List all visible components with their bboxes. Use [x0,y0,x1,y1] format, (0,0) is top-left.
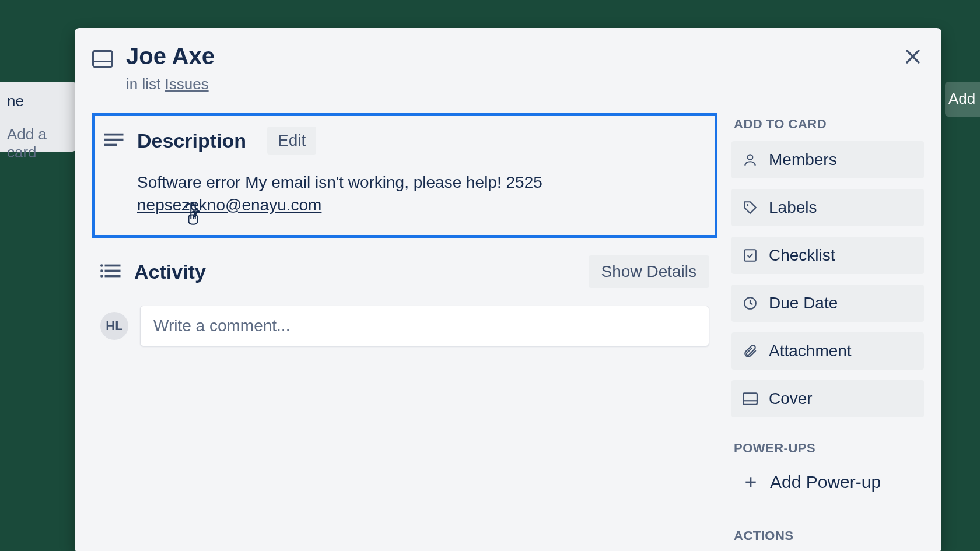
show-details-button[interactable]: Show Details [589,255,709,288]
members-icon [742,152,758,168]
svg-point-9 [100,265,103,268]
comment-row: HL Write a comment... [92,306,718,346]
attachment-icon [742,343,758,359]
avatar[interactable]: HL [100,312,128,340]
card-title[interactable]: Joe Axe [126,43,215,69]
cover-icon [742,391,758,407]
bg-add-card: Add a card [7,125,69,162]
svg-rect-16 [743,393,757,405]
activity-icon [100,263,121,280]
checklist-icon [742,247,758,264]
in-list-text: in list Issues [126,75,924,93]
activity-heading: Activity [134,261,206,283]
in-list-prefix: in list [126,75,164,93]
description-email-link[interactable]: nepsezekno@enayu.com [137,196,321,214]
plus-icon [742,473,760,491]
card-icon [92,50,113,68]
attachment-button[interactable]: Attachment [732,332,924,370]
main-column: Description Edit Software error My email… [92,113,718,551]
due-date-button[interactable]: Due Date [732,285,924,322]
checklist-label: Checklist [769,246,835,265]
edit-description-button[interactable]: Edit [267,127,316,155]
members-button[interactable]: Members [732,141,924,178]
add-to-card-heading: ADD TO CARD [734,117,924,132]
cover-label: Cover [769,389,813,408]
svg-rect-14 [744,250,756,261]
powerups-heading: POWER-UPS [734,441,924,456]
labels-icon [742,199,758,216]
in-list-link[interactable]: Issues [164,75,208,93]
background-add-list: Add [945,82,980,117]
activity-header: Activity Show Details [92,255,718,288]
checklist-button[interactable]: Checklist [732,237,924,274]
cover-button[interactable]: Cover [732,380,924,417]
background-list-left: ne Add a card [0,82,76,152]
description-section-highlighted: Description Edit Software error My email… [92,113,718,238]
clock-icon [742,295,758,311]
labels-label: Labels [769,198,817,217]
attachment-label: Attachment [769,342,852,360]
card-modal: Joe Axe in list Issues Description Edit … [75,28,942,551]
labels-button[interactable]: Labels [732,189,924,226]
description-heading: Description [137,129,246,152]
svg-point-13 [747,204,748,206]
description-icon [103,132,124,149]
close-button[interactable] [901,44,925,69]
svg-point-11 [100,275,103,278]
bg-list-title: ne [7,92,69,110]
svg-point-12 [748,155,753,160]
description-text-content: Software error My email isn't working, p… [137,173,542,191]
members-label: Members [769,150,837,169]
comment-input[interactable]: Write a comment... [140,306,709,346]
svg-point-10 [100,270,103,273]
card-header: Joe Axe [92,43,924,69]
due-date-label: Due Date [769,294,838,313]
add-powerup-label: Add Power-up [770,472,881,492]
description-text[interactable]: Software error My email isn't working, p… [137,171,702,216]
add-powerup-button[interactable]: Add Power-up [732,465,924,499]
close-icon [903,47,923,66]
actions-heading: ACTIONS [734,528,924,543]
sidebar: ADD TO CARD Members Labels Checklist Due… [732,113,924,551]
